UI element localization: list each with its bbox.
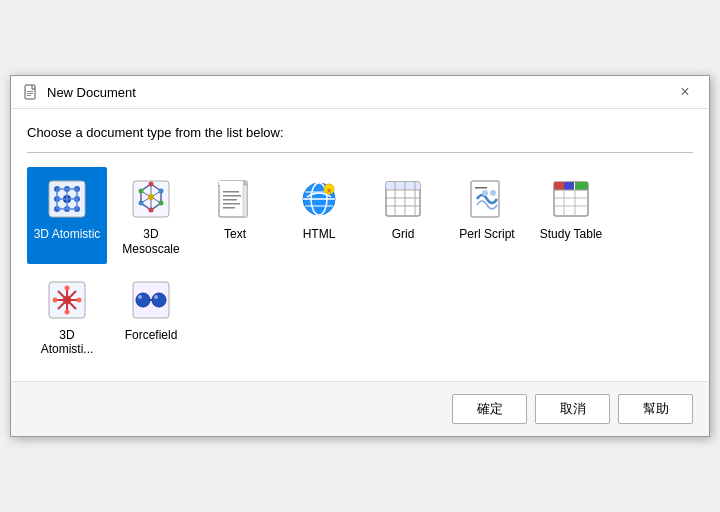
grid-icon	[379, 175, 427, 223]
doc-label-study-table: Study Table	[540, 227, 603, 241]
doc-label-3d-atomistic-2: 3D Atomisti...	[33, 328, 101, 357]
svg-point-31	[148, 194, 154, 200]
help-button[interactable]: 幫助	[618, 394, 693, 424]
doc-item-forcefield[interactable]: Forcefield	[111, 268, 191, 365]
svg-point-80	[136, 293, 150, 307]
svg-rect-36	[223, 195, 241, 197]
svg-rect-3	[27, 95, 31, 96]
doc-item-3d-atomistic-2[interactable]: 3D Atomisti...	[27, 268, 107, 365]
svg-point-75	[65, 310, 70, 315]
doc-item-study-table[interactable]: Study Table	[531, 167, 611, 264]
svg-point-28	[149, 208, 154, 213]
svg-point-25	[149, 182, 154, 187]
svg-point-26	[159, 189, 164, 194]
svg-rect-58	[475, 187, 487, 189]
new-document-dialog: New Document × Choose a document type fr…	[10, 75, 710, 437]
svg-point-82	[138, 295, 142, 299]
doc-label-3d-mesoscale: 3D Mesoscale	[117, 227, 185, 256]
svg-rect-62	[575, 182, 588, 190]
svg-point-76	[53, 298, 58, 303]
cancel-button[interactable]: 取消	[535, 394, 610, 424]
divider	[27, 152, 693, 153]
doc-label-3d-atomistic: 3D Atomistic	[34, 227, 101, 241]
svg-rect-39	[223, 207, 235, 209]
svg-point-57	[490, 190, 496, 196]
dialog-body: Choose a document type from the list bel…	[11, 109, 709, 381]
svg-point-30	[139, 189, 144, 194]
doc-label-html: HTML	[303, 227, 336, 241]
perl-script-icon	[463, 175, 511, 223]
svg-text:★: ★	[326, 187, 333, 194]
svg-rect-1	[27, 91, 33, 92]
svg-point-56	[482, 190, 488, 196]
svg-point-74	[65, 286, 70, 291]
study-table-icon	[547, 175, 595, 223]
dialog-footer: 確定 取消 幫助	[11, 381, 709, 436]
svg-point-77	[77, 298, 82, 303]
doc-item-perl-script[interactable]: Perl Script	[447, 167, 527, 264]
svg-point-83	[154, 295, 158, 299]
close-button[interactable]: ×	[673, 80, 697, 104]
svg-rect-61	[564, 182, 574, 190]
forcefield-icon	[127, 276, 175, 324]
svg-point-27	[159, 201, 164, 206]
doc-item-text[interactable]: Text	[195, 167, 275, 264]
svg-rect-37	[223, 199, 237, 201]
doc-label-text: Text	[224, 227, 246, 241]
dialog-title: New Document	[47, 85, 136, 100]
doc-label-perl-script: Perl Script	[459, 227, 514, 241]
confirm-button[interactable]: 確定	[452, 394, 527, 424]
svg-rect-60	[554, 182, 564, 190]
text-icon	[211, 175, 259, 223]
doc-label-grid: Grid	[392, 227, 415, 241]
svg-rect-38	[223, 203, 240, 205]
svg-rect-35	[223, 191, 239, 193]
svg-rect-33	[219, 181, 243, 185]
3d-atomistic-2-icon	[43, 276, 91, 324]
svg-point-29	[139, 201, 144, 206]
html-icon: ★	[295, 175, 343, 223]
title-bar: New Document ×	[11, 76, 709, 109]
svg-point-81	[152, 293, 166, 307]
document-type-grid: 3D Atomistic	[27, 167, 693, 365]
svg-rect-55	[471, 181, 499, 217]
dialog-icon	[23, 84, 39, 100]
3d-mesoscale-icon	[127, 175, 175, 223]
3d-atomistic-icon	[43, 175, 91, 223]
svg-rect-2	[27, 93, 33, 94]
title-bar-left: New Document	[23, 84, 136, 100]
svg-rect-34	[243, 185, 247, 217]
doc-label-forcefield: Forcefield	[125, 328, 178, 342]
doc-item-html[interactable]: ★ HTML	[279, 167, 359, 264]
instructions-text: Choose a document type from the list bel…	[27, 125, 693, 140]
doc-item-3d-mesoscale[interactable]: 3D Mesoscale	[111, 167, 191, 264]
svg-point-73	[63, 296, 71, 304]
doc-item-3d-atomistic[interactable]: 3D Atomistic	[27, 167, 107, 264]
doc-item-grid[interactable]: Grid	[363, 167, 443, 264]
